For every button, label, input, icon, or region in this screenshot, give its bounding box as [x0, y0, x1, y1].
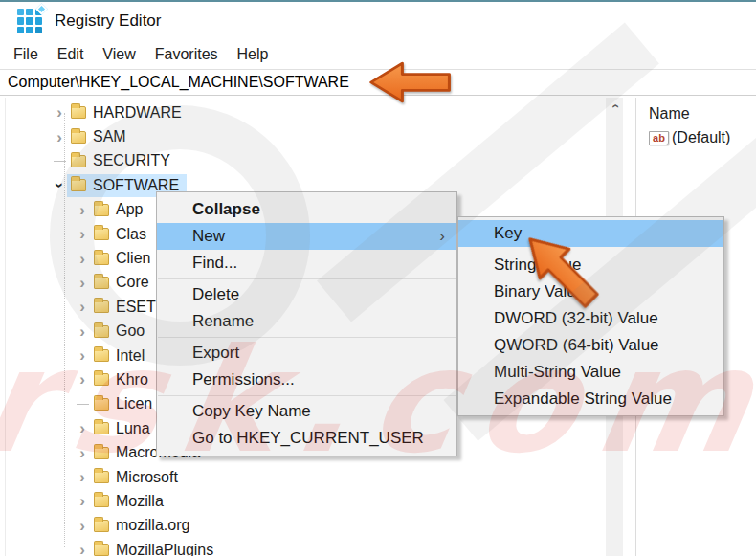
value-name-label: (Default) — [672, 129, 730, 146]
folder-icon — [94, 544, 109, 556]
new-submenu: Key String Value Binary Value DWORD (32-… — [457, 216, 724, 416]
tree-item-hardware[interactable]: › HARDWARE — [0, 100, 606, 124]
submenu-arrow-icon: › — [439, 223, 445, 250]
folder-icon — [71, 131, 86, 144]
menu-item-rename[interactable]: Rename — [157, 308, 456, 335]
column-header-name[interactable]: Name — [649, 105, 756, 122]
chevron-right-icon[interactable]: › — [75, 323, 90, 340]
folder-icon — [94, 495, 109, 507]
menu-separator — [158, 337, 456, 338]
tree-item-mozillaplugins[interactable]: › MozillaPlugins — [0, 538, 606, 556]
menu-item-goto-hkey-current-user[interactable]: Go to HKEY_CURRENT_USER — [157, 425, 456, 452]
folder-icon — [94, 422, 109, 434]
tree-item-label: Mozilla — [116, 493, 164, 510]
submenu-item-key[interactable]: Key — [458, 220, 723, 247]
tree-item-label: Clas — [116, 226, 146, 243]
tree-item-label: SAM — [93, 128, 126, 145]
string-value-icon: ab — [649, 131, 669, 145]
submenu-item-expandable-string-value[interactable]: Expandable String Value — [458, 386, 723, 412]
tree-item-mozilla[interactable]: › Mozilla — [0, 489, 606, 513]
tree-item-label: HARDWARE — [93, 104, 182, 122]
folder-icon — [94, 204, 109, 216]
submenu-item-dword-value[interactable]: DWORD (32-bit) Value — [458, 305, 723, 332]
folder-icon — [71, 155, 86, 167]
tree-item-label: Goo — [116, 322, 145, 340]
menu-item-delete[interactable]: Delete — [157, 281, 456, 308]
tree-item-label: mozilla.org — [116, 517, 189, 534]
menu-file[interactable]: File — [4, 43, 48, 66]
folder-icon — [94, 253, 109, 265]
tree-item-label: Microsoft — [116, 469, 178, 486]
tree-item-label: Licen — [116, 395, 152, 412]
menu-item-new[interactable]: New › — [157, 223, 456, 250]
tree-item-security[interactable]: SECURITY — [0, 149, 606, 173]
chevron-right-icon[interactable]: › — [75, 202, 90, 218]
chevron-right-icon[interactable]: › — [75, 299, 90, 315]
chevron-right-icon[interactable]: › — [75, 518, 90, 534]
menu-view[interactable]: View — [93, 43, 145, 66]
menu-item-permissions[interactable]: Permissions... — [157, 367, 456, 393]
folder-icon — [71, 106, 86, 119]
menu-separator — [158, 278, 456, 279]
folder-icon — [94, 277, 109, 289]
chevron-right-icon[interactable]: › — [75, 371, 90, 388]
tree-item-label: Clien — [116, 250, 150, 267]
chevron-right-icon[interactable]: › — [75, 226, 90, 242]
value-row-default[interactable]: ab (Default) — [649, 129, 756, 146]
folder-icon — [94, 300, 109, 313]
folder-icon — [94, 373, 109, 386]
context-menu: Collapse New › Find... Delete Rename Exp… — [156, 191, 457, 456]
registry-editor-window: Registry Editor File Edit View Favorites… — [0, 0, 756, 556]
chevron-down-icon[interactable]: › — [52, 178, 68, 193]
title-bar: Registry Editor — [0, 2, 756, 40]
menu-item-copy-key-name[interactable]: Copy Key Name — [157, 398, 456, 425]
menu-item-collapse[interactable]: Collapse — [157, 196, 456, 223]
menu-separator — [158, 395, 456, 396]
folder-icon — [94, 398, 109, 411]
tree-item-label: Intel — [116, 347, 145, 365]
folder-icon — [94, 520, 109, 532]
chevron-right-icon[interactable]: › — [75, 445, 90, 461]
tree-item-label: Core — [116, 274, 149, 291]
submenu-item-multi-string-value[interactable]: Multi-String Value — [458, 359, 723, 386]
tree-item-sam[interactable]: › SAM — [0, 124, 606, 148]
tree-item-mozilla-org[interactable]: › mozilla.org — [0, 514, 606, 538]
tree-item-label: SECURITY — [93, 152, 170, 169]
folder-icon — [94, 325, 109, 338]
folder-icon — [94, 228, 109, 240]
window-title: Registry Editor — [55, 11, 161, 31]
address-bar-path: Computer\HKEY_LOCAL_MACHINE\SOFTWARE — [8, 74, 349, 91]
registry-grid-icon — [17, 9, 42, 33]
folder-icon — [94, 349, 109, 362]
menu-help[interactable]: Help — [228, 43, 278, 66]
scroll-up-button[interactable]: › — [606, 98, 623, 114]
chevron-right-icon[interactable]: › — [75, 493, 90, 509]
tree-item-label: Khro — [116, 371, 148, 389]
menu-item-find[interactable]: Find... — [157, 250, 456, 277]
submenu-item-qword-value[interactable]: QWORD (64-bit) Value — [458, 332, 723, 359]
annotation-arrow-address-bar — [369, 60, 452, 104]
folder-icon — [71, 179, 86, 191]
menu-edit[interactable]: Edit — [48, 43, 94, 66]
chevron-right-icon[interactable]: › — [75, 347, 90, 364]
tree-item-label: Luna — [116, 420, 150, 437]
chevron-right-icon[interactable]: › — [75, 420, 90, 436]
menu-item-export[interactable]: Export — [157, 340, 456, 367]
tree-item-label: MozillaPlugins — [116, 542, 213, 556]
chevron-right-icon[interactable]: › — [75, 251, 90, 267]
chevron-right-icon[interactable]: › — [75, 469, 90, 485]
menu-item-label: New — [192, 227, 225, 245]
folder-icon — [94, 471, 109, 483]
menu-favorites[interactable]: Favorites — [145, 43, 228, 66]
chevron-right-icon[interactable]: › — [75, 275, 90, 291]
scroll-up-icon: › — [608, 103, 621, 108]
tree-item-label: App — [116, 201, 143, 218]
folder-icon — [94, 447, 109, 459]
tree-item-microsoft[interactable]: › Microsoft — [0, 465, 606, 489]
chevron-right-icon[interactable]: › — [75, 542, 90, 556]
tree-item-label: ESET — [116, 299, 156, 316]
